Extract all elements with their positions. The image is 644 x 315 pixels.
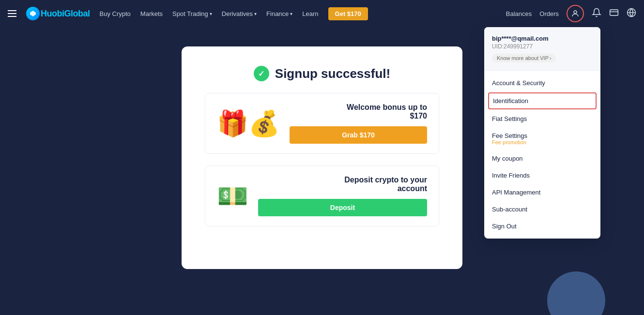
chevron-down-icon: ▾	[210, 11, 212, 16]
dropdown-identification[interactable]: Identification	[488, 92, 597, 109]
signup-title: Signup successful!	[275, 66, 390, 81]
logo-huobi: Huobi	[41, 9, 64, 18]
dropdown-account-security[interactable]: Account & Security	[484, 75, 600, 91]
nav-finance[interactable]: Finance ▾	[266, 10, 292, 17]
dropdown-invite-friends[interactable]: Invite Friends	[484, 167, 600, 184]
chevron-right-icon: ›	[550, 56, 551, 61]
dropdown-fee-settings[interactable]: Fee Settings Fee promotion	[484, 127, 600, 150]
nav-left: HuobiGlobal Buy Crypto Markets Spot Trad…	[8, 7, 506, 20]
user-uid: UID:249991277	[492, 43, 593, 50]
fee-promotion-label: Fee promotion	[492, 139, 593, 145]
svg-point-0	[574, 11, 577, 14]
bonus-card: 🎁💰 Welcome bonus up to$170 Grab $170	[205, 93, 439, 154]
hamburger-menu[interactable]	[8, 10, 16, 17]
wallet-button[interactable]	[609, 8, 619, 19]
bonus-card-content: Welcome bonus up to$170 Grab $170	[290, 103, 427, 144]
logo-text: HuobiGlobal	[41, 9, 90, 19]
chevron-down-icon: ▾	[254, 11, 257, 16]
svg-rect-1	[610, 10, 618, 15]
logo-icon	[26, 7, 40, 20]
dropdown-header: bip****@qmail.com UID:249991277 Know mor…	[484, 27, 600, 71]
dropdown-api-management[interactable]: API Management	[484, 184, 600, 201]
nav-learn[interactable]: Learn	[302, 10, 318, 17]
dropdown-my-coupon[interactable]: My coupon	[484, 150, 600, 167]
balances-link[interactable]: Balances	[506, 10, 532, 17]
logo[interactable]: HuobiGlobal	[26, 7, 90, 20]
dropdown-sub-account[interactable]: Sub-account	[484, 201, 600, 218]
deposit-card-content: Deposit crypto to youraccount Deposit	[258, 176, 427, 216]
notifications-button[interactable]	[592, 8, 601, 19]
nav-buy-crypto[interactable]: Buy Crypto	[100, 10, 131, 17]
nav-right: Balances Orders	[506, 5, 636, 22]
deposit-title: Deposit crypto to youraccount	[258, 176, 427, 193]
logo-global: Global	[64, 9, 90, 18]
navbar: HuobiGlobal Buy Crypto Markets Spot Trad…	[0, 0, 644, 27]
nav-markets[interactable]: Markets	[140, 10, 163, 17]
nav-derivatives[interactable]: Derivatives ▾	[222, 10, 257, 17]
user-email: bip****@qmail.com	[492, 35, 593, 42]
wallet-icon: 💵	[217, 181, 248, 211]
deposit-button[interactable]: Deposit	[258, 199, 427, 216]
nav-links: Buy Crypto Markets Spot Trading ▾ Deriva…	[100, 7, 368, 20]
orders-link[interactable]: Orders	[539, 10, 559, 17]
chevron-down-icon: ▾	[290, 11, 292, 16]
dropdown-fiat-settings[interactable]: Fiat Settings	[484, 110, 600, 127]
gift-icon: 🎁💰	[217, 109, 280, 138]
user-dropdown-menu: bip****@qmail.com UID:249991277 Know mor…	[484, 27, 600, 239]
signup-card: ✓ Signup successful! 🎁💰 Welcome bonus up…	[182, 46, 462, 269]
language-button[interactable]	[627, 8, 636, 19]
get-bonus-button[interactable]: Get $170	[328, 7, 368, 20]
deposit-card: 💵 Deposit crypto to youraccount Deposit	[205, 165, 439, 226]
nav-spot-trading[interactable]: Spot Trading ▾	[172, 10, 212, 17]
grab-button[interactable]: Grab $170	[290, 126, 427, 144]
bonus-title: Welcome bonus up to$170	[290, 103, 427, 120]
success-header: ✓ Signup successful!	[254, 66, 390, 81]
vip-link[interactable]: Know more about VIP ›	[492, 54, 556, 62]
user-profile-button[interactable]	[567, 5, 584, 22]
dropdown-items-list: Account & Security Identification Fiat S…	[484, 71, 600, 239]
success-check-icon: ✓	[254, 66, 269, 81]
dropdown-sign-out[interactable]: Sign Out	[484, 218, 600, 235]
